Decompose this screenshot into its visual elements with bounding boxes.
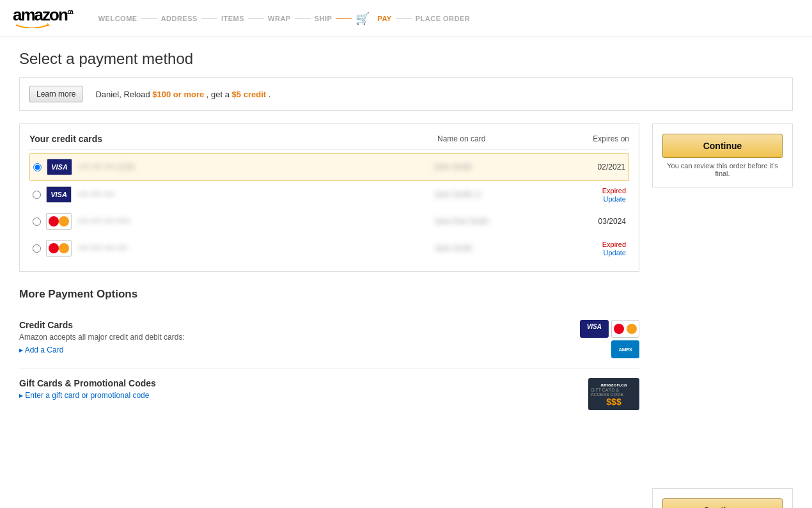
continue-box-top: Continue You can review this order befor… — [652, 123, 793, 187]
credit-card-row-3[interactable]: •••• •••• •••• ••••• Jane Doe Smith 03/2… — [29, 208, 629, 235]
promo-suffix: . — [269, 90, 271, 99]
nav-step-items: ITEMS — [217, 12, 248, 25]
continue-button-bottom[interactable]: Continue — [662, 498, 783, 508]
cc-number-1: •••• •••• •••• 1234 — [79, 163, 433, 171]
visa-logo-2: VISA — [46, 186, 72, 203]
cc-col-name-header: Name on card — [437, 134, 565, 143]
header: amazon.ca WELCOME ADDRESS ITEMS WRAP SHI… — [0, 0, 812, 37]
cc-logo-row-1: VISA — [580, 320, 639, 338]
main-layout: Your credit cards Name on card Expires o… — [19, 123, 793, 508]
cc-expires-4: Expired Update — [562, 240, 626, 257]
cc-logos: VISA AMEX — [580, 320, 639, 358]
cc-expires-3: 03/2024 — [562, 217, 626, 226]
nav-step-wrap: WRAP — [264, 12, 295, 25]
payment-option-credit-cards: Credit Cards Amazon accepts all major cr… — [19, 310, 639, 369]
promo-credit: $5 credit — [232, 90, 266, 99]
continue-box-bottom: Continue You can review this order befor… — [652, 488, 793, 508]
nav-step-address: ADDRESS — [157, 12, 201, 25]
expired-badge-4: Expired — [602, 241, 626, 248]
nav-step-pay: PAY — [373, 12, 395, 25]
payment-option-gift-cards: Gift Cards & Promotional Codes Enter a g… — [19, 369, 639, 420]
gift-card-image: amazon.ca GIFT CARD & ACCESS CODE $$$ — [588, 378, 639, 410]
page-title: Select a payment method — [19, 50, 793, 68]
update-link-2[interactable]: Update — [562, 195, 626, 203]
cc-name-1: John Smith — [433, 163, 561, 171]
review-text-top: You can review this order before it's fi… — [662, 162, 783, 177]
cart-icon: 🛒 — [355, 12, 370, 26]
cc-name-4: Jane Smith — [434, 244, 562, 253]
promo-middle: , get a — [207, 90, 230, 99]
cc-radio-4[interactable] — [33, 244, 41, 253]
cc-expires-1: 02/2021 — [561, 163, 625, 171]
gc-logo: amazon.ca GIFT CARD & ACCESS CODE $$$ — [588, 378, 639, 410]
credit-card-row-2[interactable]: VISA •••• •••• •••• John Smith Jr Expire… — [29, 181, 629, 208]
credit-card-row-1[interactable]: VISA •••• •••• •••• 1234 John Smith 02/2… — [29, 153, 629, 181]
cc-radio-3[interactable] — [33, 218, 41, 226]
mc-badge — [611, 320, 639, 338]
cc-radio-2[interactable] — [33, 191, 41, 199]
nav-step-ship: SHIP — [311, 12, 336, 25]
logo-smile — [13, 21, 51, 30]
checkout-nav: WELCOME ADDRESS ITEMS WRAP SHIP 🛒 PAY PL… — [88, 12, 799, 26]
promo-amount: $100 or more — [152, 90, 204, 99]
promo-text: Daniel, Reload $100 or more , get a $5 c… — [95, 90, 270, 99]
visa-badge: VISA — [580, 320, 609, 338]
cc-number-2: •••• •••• •••• — [78, 190, 434, 199]
add-card-link[interactable]: Add a Card — [19, 345, 570, 354]
page-body: Select a payment method Learn more Danie… — [0, 37, 812, 508]
promo-prefix: Daniel, Reload — [95, 90, 150, 99]
gift-card-link[interactable]: Enter a gift card or promotional code — [19, 391, 579, 400]
option-cc-desc: Amazon accepts all major credit and debi… — [19, 333, 570, 342]
left-column: Your credit cards Name on card Expires o… — [19, 123, 639, 508]
learn-more-button[interactable]: Learn more — [29, 86, 82, 102]
cc-col-expires-header: Expires on — [565, 134, 629, 143]
cc-expires-2: Expired Update — [562, 186, 626, 203]
update-link-4[interactable]: Update — [562, 249, 626, 257]
more-payment-title: More Payment Options — [19, 288, 639, 301]
credit-cards-section: Your credit cards Name on card Expires o… — [19, 123, 639, 272]
visa-logo-1: VISA — [47, 159, 72, 175]
cc-logo-row-2: AMEX — [611, 340, 639, 358]
cc-section-title: Your credit cards — [29, 134, 437, 144]
cc-number-3: •••• •••• •••• ••••• — [78, 217, 434, 226]
mc-logo-4 — [46, 240, 72, 257]
option-gc-title: Gift Cards & Promotional Codes — [19, 378, 579, 388]
option-gc-info: Gift Cards & Promotional Codes Enter a g… — [19, 378, 579, 400]
more-payment-section: More Payment Options Credit Cards Amazon… — [19, 288, 639, 420]
expired-badge-2: Expired — [602, 187, 626, 194]
mc-logo-3 — [46, 213, 72, 230]
promo-banner: Learn more Daniel, Reload $100 or more ,… — [19, 77, 793, 111]
amazon-logo[interactable]: amazon.ca — [13, 6, 72, 30]
cc-number-4: •••• •••• •••• •••• — [78, 244, 434, 253]
cc-name-3: Jane Doe Smith — [434, 217, 562, 226]
option-cc-info: Credit Cards Amazon accepts all major cr… — [19, 320, 570, 354]
nav-step-place-order: PLACE ORDER — [412, 12, 474, 25]
svg-marker-0 — [47, 23, 50, 26]
cc-radio-1[interactable] — [33, 163, 42, 171]
cc-header: Your credit cards Name on card Expires o… — [29, 134, 629, 150]
amex-badge: AMEX — [611, 340, 639, 358]
right-column: Continue You can review this order befor… — [652, 123, 793, 508]
credit-card-row-4[interactable]: •••• •••• •••• •••• Jane Smith Expired U… — [29, 235, 629, 262]
option-cc-title: Credit Cards — [19, 320, 570, 330]
cc-name-2: John Smith Jr — [434, 190, 562, 199]
nav-step-welcome: WELCOME — [95, 12, 141, 25]
continue-button-top[interactable]: Continue — [662, 134, 783, 158]
